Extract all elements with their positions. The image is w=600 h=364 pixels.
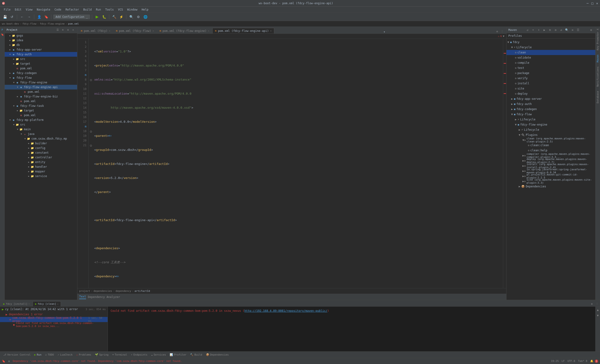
sidebar-database[interactable]: Database	[596, 89, 600, 105]
tab-pom-fdcy[interactable]: m pom.xml (fdcy) ✕	[78, 28, 113, 34]
search-everywhere-button[interactable]: 🔍	[128, 14, 134, 20]
tree-item-fdcy-app-server[interactable]: ▶ ◼ fdcy-app-server	[5, 47, 77, 52]
menu-tools[interactable]: Tools	[103, 8, 116, 12]
maven-goal-test[interactable]: ⚙ test	[506, 65, 595, 71]
maven-download-icon[interactable]: ⬇	[536, 28, 541, 32]
editor-more-icon[interactable]: ⋮	[500, 29, 504, 34]
close-button[interactable]: ✕	[596, 1, 598, 5]
bottom-tab-close-icon[interactable]: ✕	[57, 303, 58, 305]
maven-item-plugins[interactable]: ▼ 🔌 Plugins	[506, 132, 595, 137]
maven-item-lifecycle[interactable]: ▼ ⚡ Lifecycle	[506, 45, 595, 50]
maven-settings-icon[interactable]: ⚙	[553, 28, 558, 32]
tab-close-icon[interactable]: ✕	[270, 29, 272, 32]
bookmark-view-icon[interactable]: 🔖	[0, 32, 4, 36]
menu-code[interactable]: Code	[53, 8, 63, 12]
bottom-settings-icon[interactable]: ⚙	[590, 302, 594, 306]
window-controls[interactable]: ─ □ ✕	[587, 1, 598, 5]
tab-close-icon[interactable]: ✕	[109, 29, 110, 32]
maven-goal-clean[interactable]: ⚙ clean	[506, 50, 595, 55]
tab-overflow-button[interactable]: ▾	[383, 30, 386, 34]
maven-plugin-clean[interactable]: ▼ ⚙ clean (org.apache.maven.plugins:mave…	[506, 137, 595, 143]
build-button[interactable]: 🔨	[111, 14, 117, 20]
bookmark-button[interactable]: 🔖	[43, 14, 49, 20]
maven-plugin-site[interactable]: ▶ ⚙ site (org.apache.maven.plugins:maven…	[506, 179, 595, 184]
add-configuration-button[interactable]: Add Configuration _	[53, 15, 90, 19]
status-encoding[interactable]: UTF-8	[567, 360, 575, 363]
spring-button[interactable]: 🌱 Spring	[94, 353, 110, 357]
reload-button[interactable]: ⚡	[118, 14, 124, 20]
tree-item-fdcy-codegen[interactable]: ▶ ◼ fdcy-codegen	[5, 71, 77, 75]
sidebar-maven[interactable]: Maven	[596, 53, 600, 64]
minimize-button[interactable]: ─	[587, 1, 589, 5]
tree-item-fdcy-flow-engine-biz[interactable]: ▶ ◼ fdcy-flow-engine-biz	[5, 94, 77, 99]
status-notifications[interactable]: 🔔 1	[590, 360, 598, 363]
maven-collapse-icon[interactable]: ≡	[570, 28, 575, 32]
maven-item-fdcy-flow[interactable]: ▼ ◼ fdcy-flow	[506, 112, 595, 117]
maven-plugin-spring-javaformat[interactable]: ▶ ⚙ io.spring.javaformat:spring-javaform…	[506, 168, 595, 173]
version-control-button[interactable]: ⎇ Version Control	[2, 353, 32, 357]
maven-plugin-git-commit[interactable]: ▶ ⚙ pl.project13.maven:git-commit-id-plu…	[506, 173, 595, 179]
status-tab-size[interactable]: Tab* 8	[578, 360, 587, 363]
tree-item-constant[interactable]: ▶ 📁 constant	[5, 150, 77, 155]
code-editor[interactable]: <?xml version="1.0"?> <project xmlns="ht…	[92, 39, 503, 288]
maven-item-fdcy-flow-engine[interactable]: ▼ ◼ fdcy-flow-engine	[506, 122, 595, 127]
sidebar-notifications[interactable]: Notifications	[596, 65, 600, 89]
tree-item-config[interactable]: ▶ 📁 config	[5, 146, 77, 150]
bottom-tab-fdcy-clean[interactable]: ▶ fdcy [clean] ✕	[33, 301, 61, 306]
panel-expand-icon[interactable]: ☰	[56, 28, 60, 32]
menu-edit[interactable]: Edit	[13, 8, 23, 12]
tab-pom-fdcy-flow-engine-api[interactable]: m pom.xml (fdcy-flow-engine-api) ✕	[212, 28, 274, 34]
bottom-tab-fdcy-install[interactable]: ▶ fdcy [install] ✕	[1, 301, 32, 306]
tree-item-fdcy-flow-task[interactable]: ▼ ◼ fdcy-flow-task	[5, 104, 77, 108]
tree-item-mp-java[interactable]: ▼ ☕ java	[5, 132, 77, 136]
run-item-root[interactable]: ▶ cy [clean]: At 2024/4/16 14:42 with 1 …	[0, 307, 108, 312]
gutter-fold-7[interactable]	[90, 79, 92, 81]
sync-button[interactable]: ↺	[9, 14, 15, 20]
maven-goal-clean-clean[interactable]: ▶ ⚙ clean:clean	[506, 143, 595, 148]
services-button[interactable]: ☁ Services	[150, 353, 168, 357]
profiler-button[interactable]: 📊 Profiler	[168, 353, 188, 357]
tree-item-mapper[interactable]: ▶ 📁 mapper	[5, 169, 77, 174]
menu-view[interactable]: View	[24, 8, 34, 12]
maven-goal-package[interactable]: ⚙ package	[506, 71, 595, 76]
panel-close-icon[interactable]: ✕	[71, 28, 75, 32]
menu-help[interactable]: Help	[140, 8, 150, 12]
build-button[interactable]: 🔨 Build	[189, 353, 203, 357]
maven-item-fdcy-codegen[interactable]: ▶ ◼ fdcy-codegen	[506, 107, 595, 112]
maven-goal-site[interactable]: ⚙ site	[506, 86, 595, 91]
menu-run[interactable]: Run	[94, 8, 103, 12]
forward-button[interactable]: →	[26, 14, 32, 20]
maven-item-flow-engine-lifecycle[interactable]: ▶ ⚡ Lifecycle	[506, 127, 595, 132]
tree-item-fdcy-auth[interactable]: ▼ ◼ fdcy-auth	[5, 52, 77, 57]
maven-item-dependencies[interactable]: ▶ 📦 Dependencies	[506, 184, 595, 189]
expand-icon[interactable]: ▼	[503, 35, 504, 38]
maven-item-fdcy-auth[interactable]: ▶ ◼ fdcy-auth	[506, 101, 595, 107]
tree-item-fdcy-auth-target[interactable]: ▶ 📁 target	[5, 61, 77, 66]
settings-button[interactable]: ⚙	[135, 14, 141, 20]
maven-goal-clean-help[interactable]: ▶ ⚙ clean:help	[506, 148, 595, 153]
luacheck-button[interactable]: ✓ LuaCheck	[56, 353, 74, 357]
todo-button[interactable]: ☑ TODO	[44, 353, 55, 357]
bottom-strip-up-icon[interactable]: ▲	[596, 308, 600, 312]
gutter-fold-17[interactable]	[90, 145, 92, 147]
bottom-strip-down-icon[interactable]: ▼	[596, 313, 600, 318]
breadcrumb-fdcyflow[interactable]: fdcy-flow	[22, 22, 36, 25]
back-button[interactable]: ←	[19, 14, 25, 20]
breadcrumb-fdcyflowengine[interactable]: fdcy-flow-engine	[40, 22, 65, 25]
endpoints-button[interactable]: ⚡ Endpoints	[130, 353, 149, 357]
tree-item-fdcy-auth-src[interactable]: ▶ 📁 src	[5, 57, 77, 61]
editor-settings-icon[interactable]: ⚙	[495, 29, 499, 34]
menu-vcs[interactable]: VCS	[116, 8, 125, 12]
tree-item-controller[interactable]: ▶ 📁 controller	[5, 155, 77, 160]
translate-button[interactable]: 🌐	[142, 14, 148, 20]
tree-item-fdcy-mp-platform[interactable]: ▼ ◼ fdcy-mp-platform	[5, 118, 77, 122]
fold-marker-17[interactable]: m↑	[116, 274, 119, 279]
maven-item-fdcy-app-server[interactable]: ▶ ◼ fdcy-app-server	[506, 96, 595, 101]
breadcrumb-wxbootdev[interactable]: wx-boot-dev	[2, 22, 19, 25]
save-button[interactable]: 💾	[2, 14, 8, 20]
fold-marker-7[interactable]: m↑	[109, 134, 112, 138]
tab-close-icon[interactable]: ✕	[153, 29, 154, 32]
tree-item-task-pom[interactable]: ▶ m pom.xml	[5, 113, 77, 118]
maven-item-fdcy[interactable]: ▼ ◼ fdcy	[506, 40, 595, 45]
sub-tab-dependency-analyzer[interactable]: Dependency Analyzer	[88, 295, 120, 299]
